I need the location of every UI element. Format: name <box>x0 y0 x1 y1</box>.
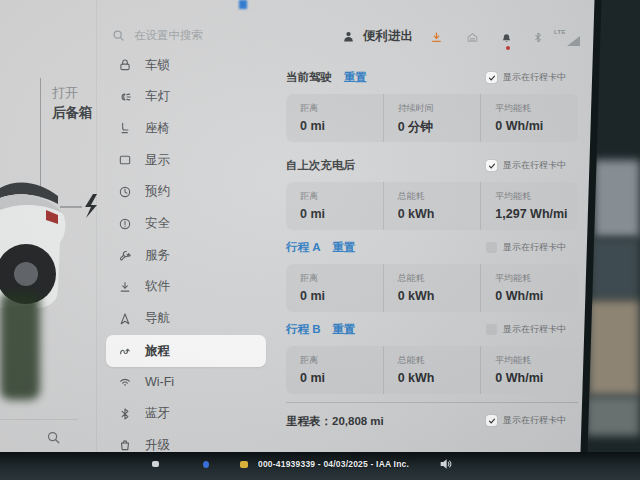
sidebar-item-bluetooth[interactable]: 蓝牙 <box>106 399 266 429</box>
speaker-icon <box>438 456 454 476</box>
sidebar-item-trips[interactable]: 旅程 <box>106 335 266 367</box>
section-header-current-drive: 当前驾驶重置 <box>286 70 367 85</box>
stat-value: 0 Wh/mi <box>495 289 578 303</box>
display-icon <box>118 153 132 167</box>
sidebar-item-label: 旅程 <box>145 343 170 360</box>
stat-label: 距离 <box>300 190 383 203</box>
watermark-glyph <box>240 461 248 468</box>
watermark-text: 000-41939339 - 04/03/2025 - IAA Inc. <box>258 459 409 469</box>
settings-search-input[interactable]: 在设置中搜索 <box>112 28 203 43</box>
stat-cell: 距离0 mi <box>286 346 383 394</box>
section-title: 行程 B <box>286 322 321 337</box>
sidebar-item-label: 车锁 <box>145 57 170 74</box>
stat-cell: 平均能耗0 Wh/mi <box>480 346 578 394</box>
section-title: 当前驾驶 <box>286 70 332 85</box>
trunk-open-label-line2[interactable]: 后备箱 <box>52 104 93 122</box>
stat-label: 平均能耗 <box>495 102 578 115</box>
background-reflection <box>594 160 640 238</box>
stat-label: 平均能耗 <box>495 190 578 203</box>
show-on-card-checkbox-current-drive[interactable]: 显示在行程卡中 <box>486 71 578 84</box>
section-title: 行程 A <box>286 240 321 255</box>
show-on-card-checkbox-trip-b[interactable]: 显示在行程卡中 <box>486 323 578 336</box>
bluetooth-status-icon[interactable] <box>532 30 544 48</box>
stat-value: 0 mi <box>300 119 383 133</box>
stats-card-since-last-charge: 距离0 mi总能耗0 kWh平均能耗1,297 Wh/mi <box>286 182 578 230</box>
sidebar-item-scheduling[interactable]: 预约 <box>106 177 266 207</box>
sidebar-item-service[interactable]: 服务 <box>106 240 266 270</box>
sidebar-item-label: Wi-Fi <box>145 375 174 389</box>
odometer-divider <box>286 402 578 403</box>
checkbox-unchecked[interactable] <box>486 324 497 335</box>
sidebar-item-label: 服务 <box>145 247 170 264</box>
checkbox-checked[interactable] <box>486 72 497 83</box>
stat-cell: 总能耗0 kWh <box>383 264 481 312</box>
photo-artifact <box>239 0 247 9</box>
checkbox-checked[interactable] <box>486 160 497 171</box>
sidebar-item-label: 预约 <box>145 183 170 200</box>
background-reflection <box>588 300 640 396</box>
checkbox-checked[interactable] <box>486 415 497 426</box>
navigation-icon <box>118 312 132 326</box>
safety-icon <box>118 217 132 231</box>
background-reflection <box>586 396 640 436</box>
show-on-card-label: 显示在行程卡中 <box>503 159 566 172</box>
watermark-glyph <box>203 461 209 468</box>
screen-reflection <box>0 292 40 400</box>
section-header-trip-a: 行程 A重置 <box>286 240 356 255</box>
bag-icon <box>118 438 132 452</box>
section-header-trip-b: 行程 B重置 <box>286 322 356 337</box>
show-on-card-checkbox-since-last-charge[interactable]: 显示在行程卡中 <box>486 159 578 172</box>
show-on-card-label: 显示在行程卡中 <box>503 241 566 254</box>
stat-cell: 总能耗0 kWh <box>383 182 481 230</box>
odometer-value: 20,808 mi <box>332 415 384 427</box>
clock-icon <box>118 185 132 199</box>
lock-icon <box>118 58 132 72</box>
show-on-card-label: 显示在行程卡中 <box>503 71 566 84</box>
wifi-icon <box>118 375 132 389</box>
reset-button-trip-a[interactable]: 重置 <box>333 240 356 255</box>
reset-button-current-drive[interactable]: 重置 <box>344 70 367 85</box>
stat-value: 0 mi <box>300 207 383 221</box>
left-panel-divider <box>96 0 97 453</box>
show-on-card-label: 显示在行程卡中 <box>503 414 566 427</box>
sidebar-item-wifi[interactable]: Wi-Fi <box>106 367 266 397</box>
driver-profile-button[interactable]: 便利进出 <box>342 28 413 45</box>
stat-label: 总能耗 <box>398 272 481 285</box>
stat-cell: 持续时间0 分钟 <box>383 94 481 142</box>
stat-value: 0 mi <box>300 371 383 385</box>
show-on-card-label: 显示在行程卡中 <box>503 323 566 336</box>
sidebar-item-lights[interactable]: 车灯 <box>106 82 266 112</box>
checkbox-unchecked[interactable] <box>486 242 497 253</box>
stat-cell: 总能耗0 kWh <box>383 346 481 394</box>
sidebar-item-seats[interactable]: 座椅 <box>106 113 266 143</box>
reset-button-trip-b[interactable]: 重置 <box>333 322 356 337</box>
homelink-icon[interactable] <box>466 30 479 48</box>
stat-value: 0 kWh <box>398 289 481 303</box>
trunk-open-label-line1[interactable]: 打开 <box>52 84 78 102</box>
odometer-readout: 里程表：20,808 mi <box>286 414 384 429</box>
lte-label: LTE <box>554 29 566 35</box>
stat-label: 平均能耗 <box>495 272 578 285</box>
background-reflection <box>590 238 640 300</box>
sidebar-item-navigation[interactable]: 导航 <box>106 304 266 334</box>
sidebar-item-label: 车灯 <box>145 88 170 105</box>
odometer-show-on-card-checkbox[interactable]: 显示在行程卡中 <box>486 414 578 427</box>
stat-label: 平均能耗 <box>495 354 578 367</box>
stat-label: 总能耗 <box>398 354 481 367</box>
sidebar-item-safety[interactable]: 安全 <box>106 209 266 239</box>
voice-search-icon[interactable] <box>46 430 61 449</box>
bluetooth-icon <box>118 407 132 421</box>
stat-value: 0 kWh <box>398 371 481 385</box>
software-update-icon[interactable] <box>430 30 443 48</box>
stat-value: 0 分钟 <box>398 119 481 136</box>
sidebar-item-locks[interactable]: 车锁 <box>106 50 266 80</box>
sidebar-item-label: 显示 <box>145 152 170 169</box>
stat-label: 距离 <box>300 272 383 285</box>
cellular-status-icon[interactable]: LTE <box>554 29 580 44</box>
search-icon <box>112 29 125 42</box>
stats-card-current-drive: 距离0 mi持续时间0 分钟平均能耗0 Wh/mi <box>286 94 578 142</box>
sidebar-item-display[interactable]: 显示 <box>106 145 266 175</box>
sidebar-item-software[interactable]: 软件 <box>106 272 266 302</box>
stats-card-trip-a: 距离0 mi总能耗0 kWh平均能耗0 Wh/mi <box>286 264 578 312</box>
show-on-card-checkbox-trip-a[interactable]: 显示在行程卡中 <box>486 241 578 254</box>
